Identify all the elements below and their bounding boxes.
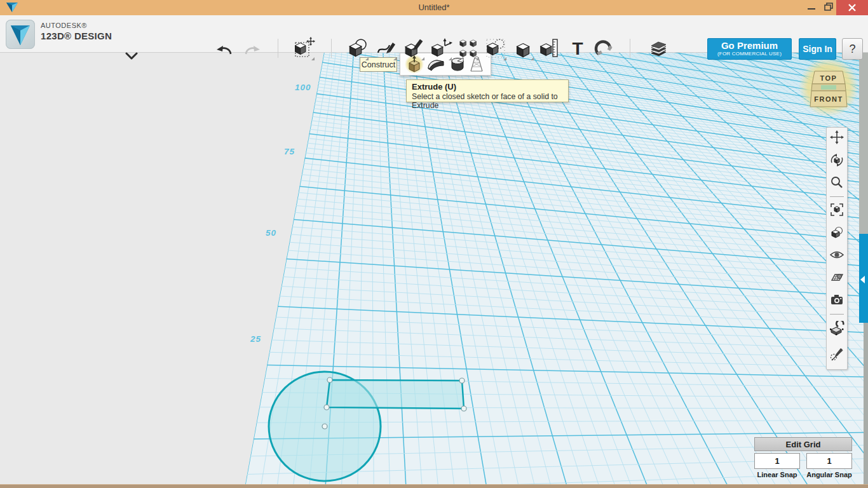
minimize-icon bbox=[808, 8, 815, 10]
nav-separator bbox=[830, 196, 844, 197]
hide-sketches-icon bbox=[829, 346, 844, 362]
snap-object-icon bbox=[829, 321, 844, 336]
edit-grid-button[interactable]: Edit Grid bbox=[754, 437, 852, 451]
select-tool-button[interactable] bbox=[292, 37, 315, 61]
material-icon bbox=[647, 37, 670, 60]
view-cube-top-label: TOP bbox=[820, 74, 837, 82]
dropdown-caret-icon bbox=[449, 57, 452, 60]
orbit-icon bbox=[829, 152, 844, 168]
restore-button[interactable] bbox=[821, 0, 837, 15]
group-icon bbox=[484, 37, 507, 60]
collapsed-panel-tab[interactable] bbox=[859, 234, 868, 323]
zoom-button[interactable] bbox=[829, 175, 844, 193]
camera-icon bbox=[829, 292, 844, 308]
pan-icon bbox=[829, 130, 844, 145]
fit-view-button[interactable] bbox=[829, 202, 844, 220]
sketch-tool-button[interactable] bbox=[374, 37, 397, 61]
linear-snap-label: Linear Snap bbox=[754, 471, 800, 478]
angular-snap-label: Angular Snap bbox=[806, 471, 852, 478]
snap-object-button[interactable] bbox=[829, 321, 844, 339]
measure-tool-button[interactable] bbox=[539, 37, 562, 61]
dropdown-caret-icon bbox=[311, 57, 315, 60]
menu-chevron-icon[interactable] bbox=[125, 52, 139, 61]
app-menu-button[interactable] bbox=[6, 20, 35, 49]
undo-button[interactable] bbox=[215, 42, 233, 57]
redo-button[interactable] bbox=[244, 42, 262, 57]
shaded-view-button[interactable] bbox=[829, 225, 844, 243]
transform-tool-button[interactable] bbox=[430, 37, 452, 61]
axis-label-50: 50 bbox=[266, 228, 276, 238]
pattern-icon bbox=[457, 37, 480, 60]
text-tool-icon: T bbox=[566, 37, 589, 60]
go-premium-sublabel: (FOR COMMERCIAL USE) bbox=[707, 51, 792, 57]
view-cube-front-label: FRONT bbox=[814, 95, 843, 103]
primitives-icon bbox=[346, 37, 369, 60]
zoom-icon bbox=[829, 175, 844, 190]
axis-label-100: 100 bbox=[295, 83, 311, 92]
eye-icon bbox=[829, 247, 844, 262]
title-bar: Untitled* bbox=[0, 0, 868, 15]
sketch-icon bbox=[374, 37, 397, 60]
edit-grid-panel: Edit Grid Linear Snap Angular Snap bbox=[754, 437, 852, 451]
svg-text:T: T bbox=[572, 39, 583, 58]
help-button[interactable]: ? bbox=[842, 38, 863, 60]
sketch-rectangle[interactable] bbox=[327, 380, 464, 409]
toolbar-separator bbox=[630, 39, 630, 58]
snap-tool-button[interactable] bbox=[592, 37, 615, 61]
axis-label-75: 75 bbox=[284, 147, 295, 156]
brand-text: AUTODESK® 123D® DESIGN bbox=[41, 22, 112, 43]
minimize-button[interactable] bbox=[803, 0, 820, 15]
123d-logo-icon bbox=[6, 20, 35, 49]
shaded-view-icon bbox=[829, 225, 844, 240]
view-cube[interactable]: TOP FRONT bbox=[796, 52, 862, 122]
go-premium-button[interactable]: Go Premium (FOR COMMERCIAL USE) bbox=[707, 38, 792, 60]
go-premium-label: Go Premium bbox=[707, 40, 792, 51]
sign-in-button[interactable]: Sign In bbox=[799, 38, 836, 60]
tooltip-description: Select a closed sketch or face of a soli… bbox=[412, 92, 568, 110]
axis-label-25: 25 bbox=[250, 334, 261, 344]
tooltip-title: Extrude (U) bbox=[412, 82, 568, 92]
angular-snap-input[interactable] bbox=[806, 453, 852, 469]
window-title: Untitled* bbox=[0, 3, 868, 12]
nav-separator bbox=[830, 314, 844, 315]
select-icon bbox=[292, 37, 315, 60]
dropdown-caret-icon bbox=[365, 57, 369, 60]
dropdown-caret-icon bbox=[476, 57, 479, 60]
toolbar-separator bbox=[278, 39, 278, 58]
close-icon bbox=[848, 3, 857, 12]
dropdown-caret-icon bbox=[393, 57, 397, 60]
measure-icon bbox=[539, 37, 562, 60]
primitives-tool-button[interactable] bbox=[346, 37, 369, 61]
orbit-button[interactable] bbox=[829, 152, 844, 170]
hide-sketches-button[interactable] bbox=[829, 346, 844, 364]
group-tool-button[interactable] bbox=[484, 37, 507, 61]
extrude-tooltip: Extrude (U) Select a closed sketch or fa… bbox=[406, 79, 569, 102]
material-tool-button[interactable] bbox=[647, 37, 670, 61]
linear-snap-input[interactable] bbox=[754, 453, 800, 469]
dropdown-caret-icon bbox=[531, 57, 534, 60]
right-edge-strip-lower bbox=[864, 323, 868, 488]
combine-icon bbox=[512, 37, 534, 60]
material-view-icon bbox=[829, 269, 844, 285]
text-tool-button[interactable]: T bbox=[566, 37, 589, 61]
panel-expand-arrow-icon bbox=[860, 276, 865, 283]
construct-icon bbox=[402, 37, 425, 60]
visibility-button[interactable] bbox=[829, 247, 844, 265]
material-view-button[interactable] bbox=[829, 269, 844, 287]
magnet-icon bbox=[592, 37, 615, 60]
snapshot-button[interactable] bbox=[829, 292, 844, 310]
main-toolbar: AUTODESK® 123D® DESIGN bbox=[0, 15, 868, 53]
restore-icon bbox=[821, 0, 837, 15]
pattern-tool-button[interactable] bbox=[457, 37, 480, 61]
navigation-toolbar bbox=[826, 127, 848, 370]
transform-icon bbox=[430, 37, 452, 60]
toolbar-separator bbox=[331, 39, 332, 58]
construct-tool-button[interactable] bbox=[402, 37, 425, 61]
pan-button[interactable] bbox=[829, 130, 844, 147]
fit-view-icon bbox=[829, 202, 844, 217]
combine-tool-button[interactable] bbox=[512, 37, 534, 61]
dropdown-caret-icon bbox=[503, 57, 506, 60]
close-button[interactable] bbox=[836, 0, 868, 15]
dropdown-caret-icon bbox=[421, 57, 424, 60]
ground-plane-edge bbox=[0, 484, 868, 488]
